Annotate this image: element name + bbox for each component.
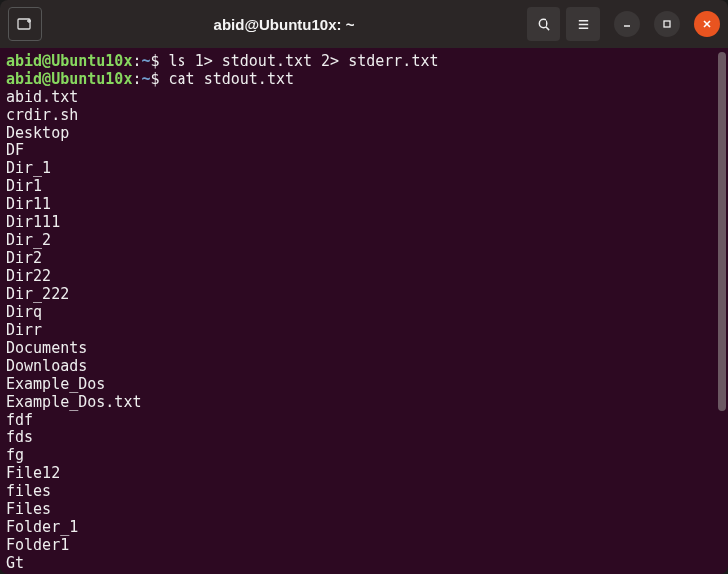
output-line: abid.txt (6, 88, 722, 106)
output-line: Example_Dos.txt (6, 393, 722, 411)
output-line: Documents (6, 339, 722, 357)
output-line: Example_Dos (6, 375, 722, 393)
prompt-line: abid@Ubuntu10x:~$ ls 1> stdout.txt 2> st… (6, 52, 722, 70)
output-line: Dir11 (6, 195, 722, 213)
new-tab-button[interactable] (8, 7, 42, 41)
search-button[interactable] (527, 7, 560, 41)
output-line: Gt (6, 554, 722, 572)
titlebar-actions (527, 7, 720, 41)
output-line: Folder_1 (6, 518, 722, 536)
minimize-button[interactable] (614, 11, 640, 37)
svg-point-3 (539, 19, 546, 27)
output-line: Dir111 (6, 213, 722, 231)
maximize-button[interactable] (654, 11, 680, 37)
output-line: Folder1 (6, 536, 722, 554)
menu-button[interactable] (566, 7, 600, 41)
output-line: Dir_2 (6, 231, 722, 249)
output-line: Dir2 (6, 249, 722, 267)
output-line: Downloads (6, 357, 722, 375)
output-line: Dir_222 (6, 285, 722, 303)
output-line: Desktop (6, 124, 722, 142)
output-line: DF (6, 142, 722, 159)
output-line: fds (6, 429, 722, 446)
command-text: ls 1> stdout.txt 2> stderr.txt (169, 52, 439, 70)
output-line: fg (6, 446, 722, 464)
close-icon (702, 19, 712, 29)
output-line: Dirr (6, 321, 722, 339)
svg-rect-9 (664, 21, 670, 27)
minimize-icon (622, 19, 632, 29)
command-text: cat stdout.txt (169, 70, 294, 88)
output-line: files (6, 482, 722, 500)
titlebar: abid@Ubuntu10x: ~ (0, 0, 728, 48)
new-tab-icon (17, 16, 33, 32)
window-title: abid@Ubuntu10x: ~ (50, 16, 519, 33)
output-line: Dir_1 (6, 159, 722, 177)
output-line: Files (6, 500, 722, 518)
output-line: File12 (6, 464, 722, 482)
output-line: Dirq (6, 303, 722, 321)
output-line: Dir22 (6, 267, 722, 285)
output-line: fdf (6, 411, 722, 429)
terminal-body[interactable]: abid@Ubuntu10x:~$ ls 1> stdout.txt 2> st… (0, 48, 728, 574)
maximize-icon (662, 19, 672, 29)
output-line: crdir.sh (6, 106, 722, 124)
output-line: Dir1 (6, 177, 722, 195)
hamburger-icon (576, 17, 591, 32)
scrollbar-thumb[interactable] (718, 52, 726, 411)
svg-line-4 (546, 26, 548, 29)
prompt-line: abid@Ubuntu10x:~$ cat stdout.txt (6, 70, 722, 88)
close-button[interactable] (694, 11, 720, 37)
search-icon (537, 17, 551, 32)
